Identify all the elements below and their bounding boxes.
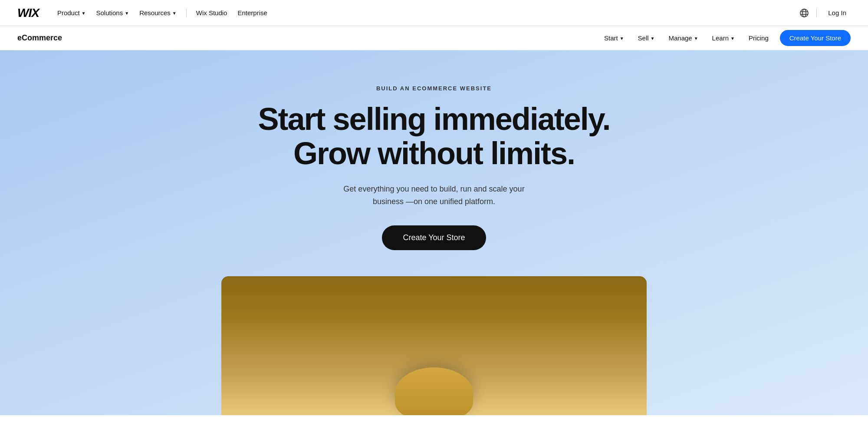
hero-section: BUILD AN ECOMMERCE WEBSITE Start selling…	[0, 50, 868, 415]
login-link[interactable]: Log In	[824, 7, 851, 19]
hero-image	[221, 276, 647, 415]
sub-nav-brand: eCommerce	[17, 33, 62, 43]
create-store-button-nav[interactable]: Create Your Store	[780, 30, 851, 46]
sub-nav-right: Start ▼ Sell ▼ Manage ▼ Learn ▼ Pricing …	[598, 30, 851, 46]
nav-separator	[816, 9, 817, 17]
globe-icon[interactable]	[799, 8, 809, 18]
sub-navigation: eCommerce Start ▼ Sell ▼ Manage ▼ Learn …	[0, 26, 868, 50]
chevron-down-icon: ▼	[620, 36, 624, 41]
svg-point-1	[802, 9, 806, 17]
nav-divider	[186, 9, 187, 17]
hero-product-visual	[221, 276, 647, 415]
sub-nav-label-sell: Sell	[638, 34, 649, 42]
chevron-down-icon: ▼	[82, 11, 86, 16]
hero-subtext: Get everything you need to build, run an…	[330, 183, 538, 208]
nav-item-enterprise[interactable]: Enterprise	[233, 7, 271, 19]
chevron-down-icon: ▼	[730, 36, 735, 41]
chevron-down-icon: ▼	[694, 36, 698, 41]
chevron-down-icon: ▼	[125, 11, 129, 16]
sub-nav-item-pricing[interactable]: Pricing	[743, 32, 775, 44]
nav-item-resources[interactable]: Resources ▼	[135, 7, 181, 19]
top-nav-left: WIX Product ▼ Solutions ▼ Resources ▼ Wi…	[17, 6, 272, 20]
nav-label-resources: Resources	[139, 9, 171, 17]
product-shape-decoration	[395, 367, 473, 415]
nav-item-solutions[interactable]: Solutions ▼	[92, 7, 134, 19]
sub-nav-item-sell[interactable]: Sell ▼	[632, 32, 661, 44]
chevron-down-icon: ▼	[651, 36, 655, 41]
sub-nav-label-manage: Manage	[668, 34, 692, 42]
sub-nav-item-manage[interactable]: Manage ▼	[662, 32, 704, 44]
top-nav-right: Log In	[799, 7, 851, 19]
hero-cta-button[interactable]: Create Your Store	[382, 225, 486, 250]
sub-nav-label-pricing: Pricing	[749, 34, 769, 42]
nav-item-wix-studio[interactable]: Wix Studio	[192, 7, 232, 19]
chevron-down-icon: ▼	[172, 11, 177, 16]
top-navigation: WIX Product ▼ Solutions ▼ Resources ▼ Wi…	[0, 0, 868, 26]
nav-label-product: Product	[57, 9, 80, 17]
sub-nav-label-learn: Learn	[712, 34, 729, 42]
top-nav-links: Product ▼ Solutions ▼ Resources ▼ Wix St…	[53, 7, 272, 19]
svg-point-0	[800, 9, 808, 17]
hero-eyebrow: BUILD AN ECOMMERCE WEBSITE	[376, 85, 492, 92]
sub-nav-label-start: Start	[604, 34, 618, 42]
nav-item-product[interactable]: Product ▼	[53, 7, 90, 19]
sub-nav-item-learn[interactable]: Learn ▼	[706, 32, 741, 44]
nav-label-solutions: Solutions	[96, 9, 123, 17]
hero-headline: Start selling immediately. Grow without …	[239, 102, 629, 171]
sub-nav-item-start[interactable]: Start ▼	[598, 32, 630, 44]
wix-logo[interactable]: WIX	[17, 6, 39, 20]
